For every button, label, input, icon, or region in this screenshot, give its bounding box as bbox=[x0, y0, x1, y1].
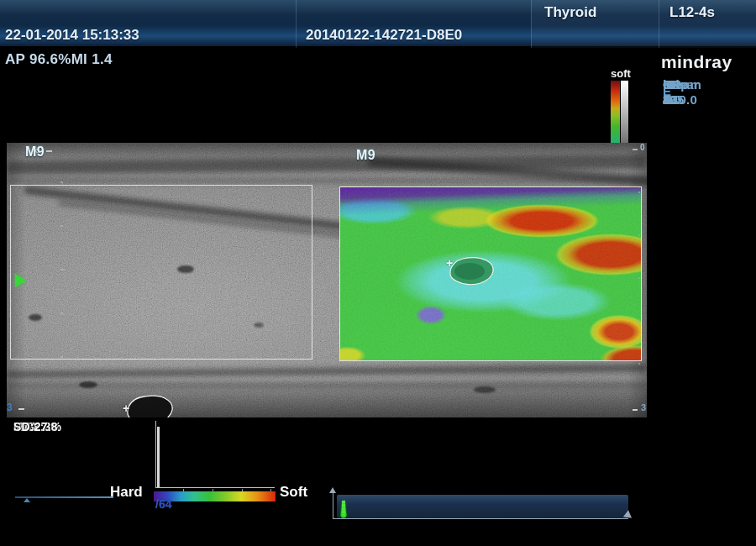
pressure-curve-bars bbox=[342, 500, 624, 517]
right-ruler-dash bbox=[633, 149, 638, 150]
exam-datetime: 22-01-2014 15:13:33 bbox=[5, 27, 139, 44]
exam-preset-button[interactable]: Thyroid bbox=[544, 4, 596, 21]
right-ruler-three: 3 bbox=[641, 402, 646, 412]
probe-button[interactable]: L12-4s bbox=[669, 4, 715, 21]
list-item: SD:27.8 bbox=[13, 421, 58, 433]
topbar-divider bbox=[296, 0, 297, 48]
right-ruler-zero: 0 bbox=[640, 143, 645, 152]
strain-histogram bbox=[157, 423, 275, 487]
soft-label: Soft bbox=[280, 484, 307, 501]
focus-arrow-icon bbox=[15, 274, 26, 287]
baseline-marker-icon bbox=[24, 498, 30, 502]
hard-soft-gradient-bar bbox=[154, 491, 276, 501]
probe-orientation-dash bbox=[46, 150, 52, 152]
mindray-logo: mindray bbox=[661, 52, 732, 72]
exam-id: 20140122-142721-D8E0 bbox=[306, 27, 462, 44]
hard-label: Hard bbox=[110, 484, 143, 501]
elastography-image-area[interactable]: + bbox=[339, 186, 642, 361]
pressure-graph-x-axis bbox=[333, 518, 628, 519]
left-ruler-dash bbox=[18, 408, 24, 410]
histogram-y-axis bbox=[155, 421, 156, 488]
up-arrow-icon bbox=[329, 487, 336, 493]
ultrasound-screen: 22-01-2014 15:13:33 20140122-142721-D8E0… bbox=[0, 0, 756, 546]
acoustic-power-status: AP 96.6%MI 1.4 bbox=[5, 51, 113, 68]
caliper-cross-right[interactable]: + bbox=[446, 256, 453, 270]
colorbar-soft-label: soft bbox=[611, 67, 631, 80]
histogram-scale-label: /64 bbox=[155, 497, 171, 511]
right-panel-label: M9 bbox=[356, 148, 375, 163]
mi-value: MI 1.4 bbox=[71, 51, 113, 67]
roi-box-left[interactable] bbox=[10, 185, 312, 360]
ap-value: AP 96.6% bbox=[5, 51, 71, 67]
left-ruler-three: 3 bbox=[7, 402, 13, 413]
caliper-cross-left[interactable]: + bbox=[123, 402, 129, 415]
right-ruler-dash bbox=[633, 409, 638, 411]
probe-orientation-icon bbox=[35, 149, 39, 153]
list-item[interactable]: DR 2 bbox=[663, 77, 681, 108]
histogram-x-axis bbox=[155, 487, 275, 488]
pressure-graph-y-axis bbox=[333, 492, 333, 519]
top-bar: 22-01-2014 15:13:33 20140122-142721-D8E0… bbox=[0, 0, 756, 48]
